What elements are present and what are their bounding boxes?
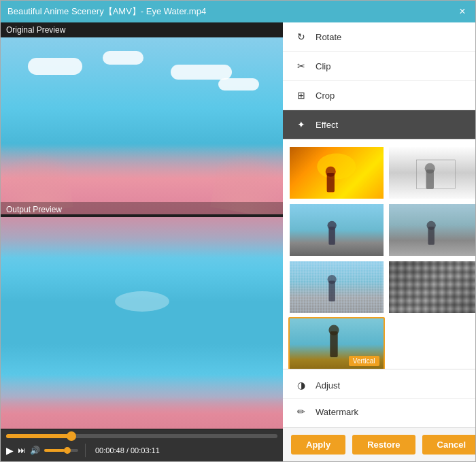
rotate-icon: ↻: [294, 29, 309, 44]
effect-thumbnail-3: [290, 204, 384, 256]
titlebar: Beautiful Anime Scenery【AMV】- Eye Water.…: [1, 1, 475, 22]
menu-item-adjust[interactable]: ◑ Adjust: [283, 372, 475, 399]
divider: [85, 444, 86, 457]
bottom-menu: ◑ Adjust ✏ Watermark: [283, 369, 475, 427]
cloud-decoration: [171, 65, 232, 80]
window-title: Beautiful Anime Scenery【AMV】- Eye Water.…: [7, 5, 206, 18]
output-preview: [1, 217, 283, 429]
blossom-top-mirror: [1, 217, 283, 258]
left-panel: Original Preview: [1, 22, 283, 461]
watermark-icon: ✏: [294, 404, 309, 419]
effect-icon: ✦: [294, 117, 309, 132]
menu-item-watermark[interactable]: ✏ Watermark: [283, 399, 475, 425]
menu-label-clip: Clip: [316, 61, 330, 71]
effect-svg-2: [389, 147, 475, 199]
effect-item-4[interactable]: [388, 203, 475, 257]
action-bar: Apply Restore Cancel: [283, 427, 475, 461]
original-preview: [1, 37, 283, 214]
volume-fill: [44, 449, 65, 452]
progress-bar-container[interactable]: [6, 434, 277, 438]
playback-row: ▶ ⏭ 🔊 00:00:48 / 00:03:11: [6, 444, 277, 457]
menu-label-effect: Effect: [316, 120, 338, 130]
right-panel: ↻ Rotate ✂ Clip ⊞ Crop ✦ Effect: [283, 22, 475, 461]
menu-label-adjust: Adjust: [316, 380, 340, 391]
menu-item-effect[interactable]: ✦ Effect: [283, 110, 475, 139]
effect-svg-1: [290, 147, 384, 199]
effect-svg-3: [290, 204, 384, 256]
app-window: Beautiful Anime Scenery【AMV】- Eye Water.…: [0, 0, 476, 462]
time-display: 00:00:48 / 00:03:11: [95, 446, 160, 455]
preview-section: Original Preview: [1, 22, 283, 430]
cloud-decoration: [218, 78, 259, 90]
effect-item-1[interactable]: [288, 146, 385, 200]
effects-grid: Vertical: [283, 140, 475, 369]
effect-item-5[interactable]: [288, 260, 385, 314]
svg-rect-12: [330, 331, 337, 357]
blossom-bottom-mirror: [1, 374, 283, 429]
close-button[interactable]: ×: [456, 5, 469, 18]
effect-svg-4: [389, 204, 475, 256]
svg-point-11: [327, 275, 336, 284]
restore-button[interactable]: Restore: [352, 435, 415, 455]
skip-button[interactable]: ⏭: [18, 446, 26, 455]
effect-thumbnail-1: [290, 147, 384, 199]
progress-bar-fill: [6, 434, 74, 438]
svg-rect-3: [416, 160, 455, 189]
menu-label-crop: Crop: [316, 90, 335, 101]
volume-thumb[interactable]: [64, 447, 71, 454]
vertical-badge: Vertical: [349, 356, 379, 366]
volume-icon: 🔊: [30, 446, 40, 455]
time-current: 00:00:48: [95, 446, 124, 455]
effect-thumbnail-6: [389, 261, 475, 313]
adjust-icon: ◑: [294, 378, 309, 393]
original-preview-label: Original Preview: [1, 22, 283, 37]
svg-point-9: [426, 221, 435, 230]
svg-point-5: [424, 163, 435, 174]
menu-items: ↻ Rotate ✂ Clip ⊞ Crop ✦ Effect: [283, 22, 475, 140]
menu-label-rotate: Rotate: [316, 32, 341, 42]
progress-thumb[interactable]: [67, 431, 76, 441]
output-preview-label: Output Preview: [1, 202, 283, 217]
svg-point-0: [317, 154, 356, 180]
effect-item-6[interactable]: [388, 260, 475, 314]
merge-effect: [115, 291, 169, 312]
effect-thumbnail-2: [389, 147, 475, 199]
main-area: Original Preview: [1, 22, 475, 461]
volume-slider[interactable]: [44, 449, 78, 452]
clip-icon: ✂: [294, 59, 309, 73]
effect-thumbnail-5: [290, 261, 384, 313]
time-total: 00:03:11: [131, 446, 160, 455]
menu-item-crop[interactable]: ⊞ Crop: [283, 81, 475, 110]
effect-svg-5: [290, 261, 384, 313]
svg-point-2: [326, 167, 336, 177]
cancel-button[interactable]: Cancel: [422, 435, 475, 455]
menu-item-clip[interactable]: ✂ Clip: [283, 52, 475, 81]
svg-point-13: [328, 325, 339, 335]
crop-icon: ⊞: [294, 88, 309, 103]
effect-thumbnail-4: [389, 204, 475, 256]
effect-item-7[interactable]: Vertical: [288, 317, 385, 369]
cloud-decoration: [103, 51, 143, 65]
time-separator: /: [124, 446, 131, 455]
play-button[interactable]: ▶: [6, 445, 14, 456]
apply-button[interactable]: Apply: [291, 435, 345, 455]
effect-item-3[interactable]: [288, 203, 385, 257]
controls-bar: ▶ ⏭ 🔊 00:00:48 / 00:03:11: [1, 430, 283, 461]
cloud-decoration: [28, 58, 82, 75]
effect-item-2[interactable]: [388, 146, 475, 200]
svg-point-7: [327, 221, 336, 230]
menu-item-rotate[interactable]: ↻ Rotate: [283, 22, 475, 52]
menu-label-watermark: Watermark: [316, 407, 358, 417]
